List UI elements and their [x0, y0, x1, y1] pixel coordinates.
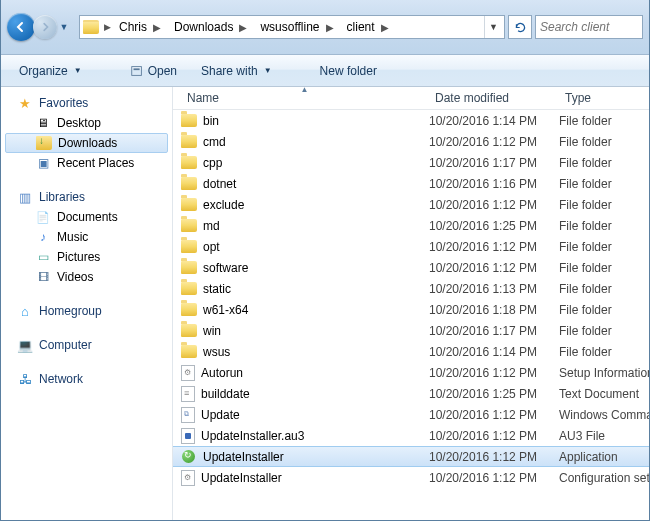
file-row[interactable]: builddate10/20/2016 1:25 PMText Document — [173, 383, 649, 404]
file-type: Application — [559, 450, 649, 464]
folder-icon — [181, 177, 197, 190]
file-date: 10/20/2016 1:12 PM — [429, 429, 559, 443]
sidebar-item-videos[interactable]: 🎞 Videos — [1, 267, 172, 287]
main-area: ★ Favorites Desktop Downloads ▣ Recent P… — [1, 87, 649, 520]
file-type: File folder — [559, 114, 649, 128]
chevron-right-icon[interactable]: ▶ — [102, 22, 113, 32]
search-input[interactable] — [540, 20, 638, 34]
file-date: 10/20/2016 1:25 PM — [429, 219, 559, 233]
file-row[interactable]: win10/20/2016 1:17 PMFile folder — [173, 320, 649, 341]
sidebar-item-homegroup[interactable]: ⌂ Homegroup — [1, 301, 172, 321]
pictures-icon: ▭ — [35, 249, 51, 265]
folder-icon — [181, 324, 197, 337]
file-row[interactable]: wsus10/20/2016 1:14 PMFile folder — [173, 341, 649, 362]
column-header-type[interactable]: Type — [559, 87, 649, 109]
file-date: 10/20/2016 1:13 PM — [429, 282, 559, 296]
nav-buttons: ▼ — [7, 13, 71, 41]
file-row[interactable]: cmd10/20/2016 1:12 PMFile folder — [173, 131, 649, 152]
chevron-right-icon[interactable]: ▶ — [233, 22, 251, 33]
downloads-icon — [36, 136, 52, 150]
file-row[interactable]: software10/20/2016 1:12 PMFile folder — [173, 257, 649, 278]
breadcrumb-item[interactable]: client▶ — [341, 16, 396, 38]
file-date: 10/20/2016 1:14 PM — [429, 114, 559, 128]
breadcrumb-item[interactable]: wsusoffline▶ — [254, 16, 340, 38]
file-row[interactable]: Autorun10/20/2016 1:12 PMSetup Informati… — [173, 362, 649, 383]
ini-icon — [181, 365, 195, 381]
column-header-date[interactable]: Date modified — [429, 87, 559, 109]
file-row[interactable]: w61-x6410/20/2016 1:18 PMFile folder — [173, 299, 649, 320]
cmd-icon — [181, 407, 195, 423]
file-name: software — [203, 261, 248, 275]
file-row[interactable]: Update10/20/2016 1:12 PMWindows Command — [173, 404, 649, 425]
breadcrumb-item[interactable]: Chris▶ — [113, 16, 168, 38]
sidebar-item-pictures[interactable]: ▭ Pictures — [1, 247, 172, 267]
desktop-icon — [35, 115, 51, 131]
file-row[interactable]: cpp10/20/2016 1:17 PMFile folder — [173, 152, 649, 173]
videos-icon: 🎞 — [35, 269, 51, 285]
file-name: UpdateInstaller.au3 — [201, 429, 304, 443]
file-row[interactable]: UpdateInstaller.au310/20/2016 1:12 PMAU3… — [173, 425, 649, 446]
folder-icon — [181, 198, 197, 211]
libraries-icon: ▥ — [17, 189, 33, 205]
file-date: 10/20/2016 1:12 PM — [429, 261, 559, 275]
folder-icon — [181, 282, 197, 295]
refresh-button[interactable] — [508, 15, 532, 39]
navigation-pane: ★ Favorites Desktop Downloads ▣ Recent P… — [1, 87, 173, 520]
sidebar-item-network[interactable]: 🖧 Network — [1, 369, 172, 389]
organize-menu[interactable]: Organize▼ — [9, 61, 92, 81]
sidebar-item-label: Recent Places — [57, 156, 134, 170]
documents-icon: 📄 — [35, 209, 51, 225]
sidebar-item-label: Computer — [39, 338, 92, 352]
breadcrumb-item[interactable]: Downloads▶ — [168, 16, 254, 38]
file-list[interactable]: bin10/20/2016 1:14 PMFile foldercmd10/20… — [173, 110, 649, 520]
sidebar-header-favorites[interactable]: ★ Favorites — [1, 93, 172, 113]
file-row[interactable]: dotnet10/20/2016 1:16 PMFile folder — [173, 173, 649, 194]
file-row[interactable]: exclude10/20/2016 1:12 PMFile folder — [173, 194, 649, 215]
folder-icon — [181, 135, 197, 148]
sidebar-item-label: Network — [39, 372, 83, 386]
new-folder-button[interactable]: New folder — [310, 61, 387, 81]
file-name: builddate — [201, 387, 250, 401]
sidebar-header-libraries[interactable]: ▥ Libraries — [1, 187, 172, 207]
file-type: File folder — [559, 177, 649, 191]
sidebar-item-recent[interactable]: ▣ Recent Places — [1, 153, 172, 173]
address-dropdown[interactable]: ▼ — [484, 16, 502, 38]
sidebar-item-computer[interactable]: 💻 Computer — [1, 335, 172, 355]
svg-rect-0 — [131, 66, 141, 75]
svg-rect-1 — [133, 68, 139, 70]
file-row[interactable]: UpdateInstaller10/20/2016 1:12 PMConfigu… — [173, 467, 649, 488]
column-headers: Name ▲ Date modified Type — [173, 87, 649, 110]
address-bar[interactable]: ▶ Chris▶ Downloads▶ wsusoffline▶ client▶… — [79, 15, 505, 39]
sidebar-item-documents[interactable]: 📄 Documents — [1, 207, 172, 227]
file-name: dotnet — [203, 177, 236, 191]
nav-history-dropdown[interactable]: ▼ — [57, 22, 71, 32]
sidebar-item-desktop[interactable]: Desktop — [1, 113, 172, 133]
share-menu[interactable]: Share with▼ — [191, 61, 282, 81]
sidebar-item-downloads[interactable]: Downloads — [5, 133, 168, 153]
file-date: 10/20/2016 1:14 PM — [429, 345, 559, 359]
sidebar-item-music[interactable]: ♪ Music — [1, 227, 172, 247]
file-row[interactable]: md10/20/2016 1:25 PMFile folder — [173, 215, 649, 236]
address-space[interactable] — [396, 16, 484, 38]
chevron-right-icon[interactable]: ▶ — [320, 22, 338, 33]
back-button[interactable] — [7, 13, 35, 41]
file-type: File folder — [559, 156, 649, 170]
file-row[interactable]: static10/20/2016 1:13 PMFile folder — [173, 278, 649, 299]
folder-icon — [181, 261, 197, 274]
folder-icon — [181, 345, 197, 358]
search-box[interactable] — [535, 15, 643, 39]
file-row[interactable]: UpdateInstaller10/20/2016 1:12 PMApplica… — [173, 446, 649, 467]
file-row[interactable]: bin10/20/2016 1:14 PMFile folder — [173, 110, 649, 131]
sidebar-item-label: Downloads — [58, 136, 117, 150]
file-type: File folder — [559, 219, 649, 233]
file-row[interactable]: opt10/20/2016 1:12 PMFile folder — [173, 236, 649, 257]
chevron-right-icon[interactable]: ▶ — [375, 22, 393, 33]
column-header-name[interactable]: Name ▲ — [173, 87, 429, 109]
chevron-right-icon[interactable]: ▶ — [147, 22, 165, 33]
forward-button[interactable] — [33, 15, 57, 39]
open-button[interactable]: Open — [120, 61, 187, 81]
folder-icon — [83, 20, 99, 34]
file-date: 10/20/2016 1:12 PM — [429, 366, 559, 380]
file-type: AU3 File — [559, 429, 649, 443]
file-type: Configuration settings — [559, 471, 649, 485]
